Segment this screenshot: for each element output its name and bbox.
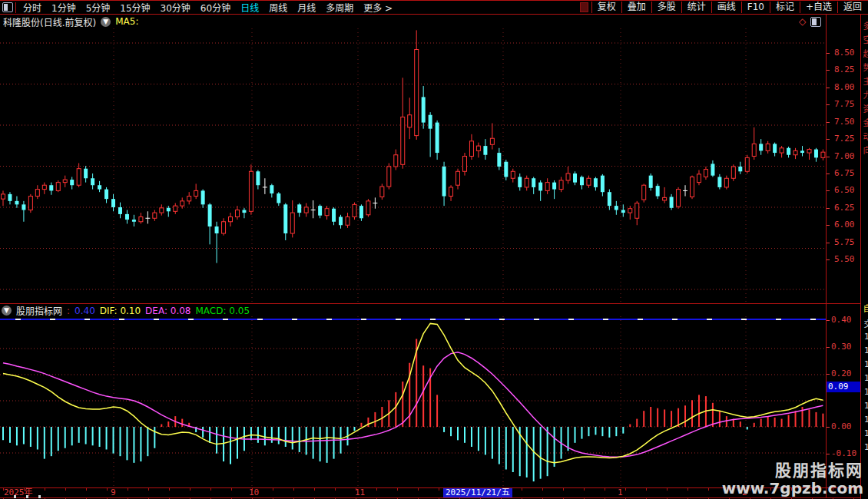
toolbar-bottom-line: [0, 14, 868, 15]
macd-axis-tick: [827, 320, 830, 321]
time-axis-tick: [86, 488, 87, 491]
time-axis-label: 1: [618, 488, 623, 497]
dea-value: DEA: 0.08: [145, 306, 190, 316]
price-axis-label: 7.75: [834, 100, 855, 109]
price-axis-label: 5.50: [834, 255, 855, 264]
time-axis-tick: [397, 488, 398, 491]
indicator-name[interactable]: 股朋指标网: [16, 304, 62, 317]
macd-axis-label: 0.40: [831, 316, 852, 325]
panel-separator-line: [0, 303, 860, 304]
time-axis-tick: [439, 488, 439, 491]
price-axis-label: 7.00: [834, 152, 855, 161]
chart-corner-icons: ◇: [799, 16, 821, 27]
toolbar-button-7[interactable]: +自选: [800, 2, 837, 13]
time-axis-tick: [563, 488, 564, 491]
period-tab-8[interactable]: 月线: [297, 1, 316, 14]
period-tab-5[interactable]: 60分钟: [200, 1, 230, 14]
price-axis-tick: [827, 259, 830, 260]
chevron-down-icon[interactable]: ▼: [101, 17, 111, 27]
split-window-icon[interactable]: [810, 17, 821, 27]
toolbar-button-3[interactable]: 统计: [681, 2, 711, 13]
watermark-site-name: 股朋指标网: [722, 462, 863, 480]
period-tab-1[interactable]: 1分钟: [51, 1, 76, 14]
time-axis-highlight-date: 2025/11/21/五: [443, 488, 512, 497]
price-axis-tick: [827, 225, 830, 226]
toolbar-button-4[interactable]: 画线: [711, 2, 741, 13]
period-tab-9[interactable]: 多周期: [326, 1, 353, 14]
period-tab-3[interactable]: 15分钟: [120, 1, 150, 14]
macd-chart[interactable]: [0, 316, 826, 487]
period-tab-0[interactable]: 分时: [23, 1, 41, 14]
time-axis-tick: [210, 488, 211, 491]
period-tab-6[interactable]: 日线: [240, 1, 259, 14]
axis-left-border: [826, 14, 827, 497]
macd-axis-tick: [827, 347, 830, 348]
time-axis-label: 11: [355, 488, 365, 497]
time-axis-tick: [169, 488, 170, 491]
chevron-down-icon[interactable]: ▼: [2, 306, 12, 316]
price-axis-tick: [827, 243, 830, 243]
price-axis-tick: [827, 70, 830, 71]
price-axis-label: 8.00: [834, 83, 855, 92]
time-axis-tick: [708, 488, 709, 491]
clipped-status-text: [38, 495, 41, 498]
macd-axis-label: -0.10: [831, 449, 856, 458]
macd-axis-label: 0.30: [831, 342, 852, 352]
price-axis-label: 5.75: [834, 238, 855, 247]
price-axis-tick: [827, 53, 830, 54]
indicator-ref-value: 0.40: [75, 306, 95, 316]
dif-value: DIF: 0.10: [100, 306, 141, 316]
time-axis-tick: [667, 488, 668, 491]
candlestick-chart[interactable]: [0, 28, 826, 303]
clipped-status-text: [14, 495, 16, 498]
toolbar-button-2[interactable]: 多股: [651, 2, 681, 13]
right-side-strip[interactable]: 多空趋势主力资金动向 自 交111111111: [861, 14, 868, 499]
price-axis-tick: [827, 88, 830, 88]
price-axis-label: 6.25: [834, 203, 855, 213]
period-tabs: 分时1分钟5分钟15分钟30分钟60分钟日线周线月线多周期更多 >: [23, 1, 393, 14]
macd-axis-marker: 0.09: [827, 382, 860, 392]
price-axis-tick: [827, 157, 830, 157]
period-tab-10[interactable]: 更多 >: [363, 1, 393, 14]
watermark: 股朋指标网 www.7gpzb.com: [722, 462, 863, 497]
price-axis-label: 8.50: [834, 48, 855, 58]
toolbar-button-0[interactable]: 复权: [591, 2, 621, 13]
price-axis-label: 7.50: [834, 117, 855, 127]
window-layout-icon[interactable]: [2, 2, 13, 12]
chart-header: 科隆股份(日线.前复权) ▼ MA5:: [3, 15, 138, 28]
strip-vertical-text: 多空趋势主力资金动向: [861, 21, 868, 306]
price-axis-tick: [827, 104, 830, 105]
toolbar-button-5[interactable]: F10: [741, 2, 770, 13]
time-axis-tick: [584, 488, 585, 491]
period-tab-7[interactable]: 周线: [269, 1, 287, 14]
price-axis-tick: [827, 208, 830, 209]
time-axis-tick: [45, 488, 45, 491]
toolbar-button-6[interactable]: 标记: [770, 2, 800, 13]
top-toolbar: 分时1分钟5分钟15分钟30分钟60分钟日线周线月线多周期更多 > 复权叠加多股…: [0, 1, 868, 14]
diamond-icon[interactable]: ◇: [799, 16, 806, 27]
time-axis-tick: [148, 488, 149, 491]
macd-axis-tick: [827, 374, 830, 375]
macd-axis-label: 0.00: [831, 422, 852, 431]
time-axis-tick: [128, 488, 128, 491]
macd-axis-tick: [827, 454, 830, 454]
clipped-status-text: [26, 495, 28, 498]
time-axis-tick: [314, 488, 315, 491]
stock-title: 科隆股份(日线.前复权): [3, 15, 96, 28]
price-axis-label: 6.00: [834, 220, 855, 230]
mini-red-icon[interactable]: [580, 2, 588, 12]
time-axis-tick: [625, 488, 626, 491]
time-axis-tick: [542, 488, 543, 491]
time-axis-tick: [190, 488, 190, 491]
toolbar-button-1[interactable]: 叠加: [621, 2, 651, 13]
period-tab-4[interactable]: 30分钟: [161, 1, 190, 14]
price-axis-tick: [827, 122, 830, 123]
time-axis-tick: [231, 488, 232, 491]
toolbar-separator: [15, 2, 16, 13]
time-axis-label: 9: [111, 488, 116, 497]
watermark-url: www.7gpzb.com: [722, 480, 863, 497]
time-axis-tick: [418, 488, 419, 491]
time-axis-tick: [687, 488, 688, 491]
toolbar-button-8[interactable]: 返回: [837, 2, 867, 13]
period-tab-2[interactable]: 5分钟: [86, 1, 111, 14]
